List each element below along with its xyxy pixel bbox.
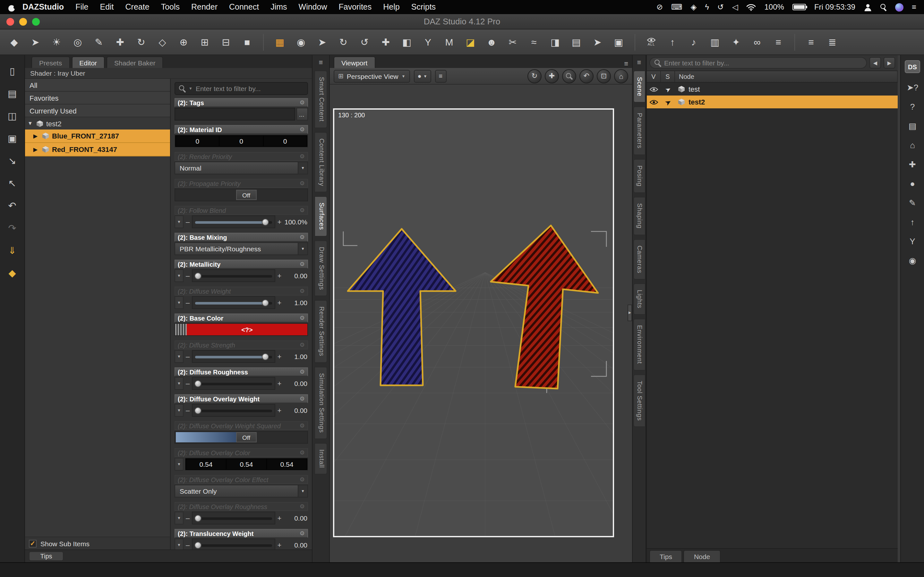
expand-arrow-icon[interactable]: ▶ bbox=[33, 147, 39, 152]
category-item-all[interactable]: All bbox=[25, 79, 170, 92]
render-aspect-frame[interactable]: 130 : 200 bbox=[333, 108, 614, 537]
gear-icon[interactable]: ⚙ bbox=[300, 530, 305, 537]
drawstyle-selector[interactable]: ● ▼ bbox=[414, 69, 431, 82]
param-group-header[interactable]: (2): Tags⚙ bbox=[174, 98, 308, 107]
slider-knob[interactable] bbox=[194, 407, 201, 414]
tree-root-item[interactable]: ▼test2 bbox=[25, 117, 170, 129]
gear-icon[interactable]: ⚙ bbox=[300, 315, 305, 321]
rotate-tool-icon[interactable]: ◎ bbox=[70, 34, 86, 50]
value-field[interactable]: 0 bbox=[176, 136, 219, 146]
detail-view-icon[interactable]: ≣ bbox=[825, 34, 840, 50]
slider-decrement-button[interactable]: – bbox=[185, 299, 191, 306]
slider-increment-button[interactable]: + bbox=[276, 353, 282, 360]
list-view-icon[interactable]: ≡ bbox=[803, 34, 819, 50]
globe-icon[interactable]: ◉ bbox=[909, 256, 916, 266]
param-group-header[interactable]: (2): Propagate Priority⚙ bbox=[174, 179, 308, 188]
pane-tab-simulation-settings[interactable]: Simulation Settings bbox=[314, 367, 327, 439]
menu-item-favorites[interactable]: Favorites bbox=[333, 3, 377, 11]
translate-tool-icon[interactable]: ✚ bbox=[112, 34, 128, 50]
scene-column-node[interactable]: Node bbox=[675, 71, 898, 82]
gear-icon[interactable]: ⚙ bbox=[300, 450, 305, 456]
param-group-header[interactable]: (2): Metallicity⚙ bbox=[174, 259, 308, 269]
wifi-icon[interactable] bbox=[746, 3, 756, 11]
slider-options-button[interactable]: ▼ bbox=[174, 269, 184, 282]
parameter-filter-field[interactable]: ▼ bbox=[174, 82, 308, 95]
undo-view-icon[interactable]: ↶ bbox=[580, 69, 594, 83]
pane-tab-scene[interactable]: Scene bbox=[633, 71, 645, 103]
spotlight-icon[interactable] bbox=[880, 4, 887, 10]
viewport-tab[interactable]: Viewport bbox=[334, 56, 375, 68]
brush-icon[interactable]: ✎ bbox=[909, 198, 916, 208]
slider-options-button[interactable]: ▼ bbox=[174, 377, 184, 390]
iray-preview-icon[interactable]: ▦ bbox=[272, 34, 288, 50]
pane-tab-environment[interactable]: Environment bbox=[633, 319, 645, 370]
slider-increment-button[interactable]: + bbox=[276, 406, 282, 414]
slider-knob[interactable] bbox=[194, 380, 201, 387]
pane-menu-icon[interactable]: ≡ bbox=[624, 59, 628, 68]
ds-logo[interactable]: DS bbox=[905, 60, 920, 73]
minimize-window-button[interactable] bbox=[19, 18, 27, 26]
install-package-icon[interactable]: ◆ bbox=[8, 268, 16, 279]
gear-icon[interactable]: ⚙ bbox=[300, 99, 305, 106]
aim-tool-icon[interactable]: ⊕ bbox=[176, 34, 191, 50]
menu-item-edit[interactable]: Edit bbox=[94, 3, 120, 11]
layout-icon[interactable]: ▤ bbox=[909, 121, 917, 131]
toggle-control[interactable]: Off bbox=[174, 431, 308, 444]
nav-forward-button[interactable]: ▶ bbox=[884, 57, 895, 69]
time-machine-icon[interactable]: ↺ bbox=[717, 3, 724, 11]
param-group-header[interactable]: (2): Diffuse Overlay Weight Squared⚙ bbox=[174, 421, 308, 430]
gear-icon[interactable]: ⚙ bbox=[300, 503, 305, 510]
slider-decrement-button[interactable]: – bbox=[185, 272, 191, 279]
param-group-header[interactable]: (2): Render Priority⚙ bbox=[174, 152, 308, 161]
menu-item-dazstudio[interactable]: DAZStudio bbox=[17, 3, 69, 11]
red-arrow[interactable] bbox=[480, 220, 604, 394]
scene-filter-field[interactable] bbox=[649, 57, 867, 69]
figure-icon[interactable]: ↑ bbox=[911, 218, 915, 227]
cube-add-icon[interactable]: ⊞ bbox=[197, 34, 212, 50]
node-cell[interactable]: test bbox=[675, 85, 700, 93]
gear-icon[interactable]: ⚙ bbox=[300, 261, 305, 268]
joint-tool-icon[interactable]: ✚ bbox=[909, 160, 916, 169]
zoom-window-button[interactable] bbox=[32, 18, 40, 26]
pane-tab-render-settings[interactable]: Render Settings bbox=[314, 300, 327, 363]
param-group-header[interactable]: (2): Base Mixing⚙ bbox=[174, 233, 308, 242]
bottom-tab-node[interactable]: Node bbox=[684, 550, 720, 562]
value-options-button[interactable]: ▼ bbox=[174, 458, 184, 471]
pane-tab-install[interactable]: Install bbox=[314, 443, 327, 474]
gift-icon[interactable]: ▥ bbox=[707, 34, 722, 50]
pane-tab-content-library[interactable]: Content Library bbox=[314, 132, 327, 192]
surface-select-icon[interactable]: ◪ bbox=[463, 34, 478, 50]
visibility-cell[interactable] bbox=[647, 86, 661, 92]
scale-tool-icon[interactable]: ◧ bbox=[399, 34, 415, 50]
more-button[interactable]: ... bbox=[296, 108, 308, 121]
slider-knob[interactable] bbox=[262, 353, 268, 360]
slider-increment-button[interactable]: + bbox=[276, 541, 282, 549]
category-item-favorites[interactable]: Favorites bbox=[25, 92, 170, 105]
close-window-button[interactable] bbox=[6, 18, 14, 26]
burst-tool-icon[interactable]: ☀ bbox=[49, 34, 64, 50]
param-group-header[interactable]: (2): Diffuse Roughness⚙ bbox=[174, 367, 308, 376]
tab-presets[interactable]: Presets bbox=[31, 56, 69, 68]
eye-all-icon[interactable]: ALL bbox=[644, 34, 659, 50]
nav-back-button[interactable]: ◀ bbox=[869, 57, 881, 69]
pane-tab-smart-content[interactable]: Smart Content bbox=[314, 71, 327, 128]
menu-item-create[interactable]: Create bbox=[120, 3, 155, 11]
menu-item-file[interactable]: File bbox=[69, 3, 94, 11]
param-dropdown[interactable]: PBR Metallicity/Roughness▼ bbox=[174, 242, 308, 255]
parameter-filter-input[interactable] bbox=[196, 85, 304, 92]
universal-tool-icon[interactable]: ↻ bbox=[134, 34, 149, 50]
expand-arrow-icon[interactable]: ▶ bbox=[33, 133, 39, 139]
merge-file-icon[interactable]: ◫ bbox=[8, 110, 17, 122]
import-icon[interactable]: ↘ bbox=[8, 155, 16, 167]
paint-tool-icon[interactable]: ✎ bbox=[91, 34, 107, 50]
value-field[interactable]: 0 bbox=[220, 136, 263, 146]
cut-icon[interactable]: ✂ bbox=[505, 34, 520, 50]
menu-item-connect[interactable]: Connect bbox=[223, 3, 265, 11]
toggle-off-button[interactable]: Off bbox=[236, 432, 257, 442]
sphere-icon[interactable]: ● bbox=[910, 179, 915, 189]
menu-item-window[interactable]: Window bbox=[293, 3, 333, 11]
category-item-currently-used[interactable]: Currently Used bbox=[25, 105, 170, 117]
slider-options-button[interactable]: ▼ bbox=[174, 350, 184, 363]
pan-view-icon[interactable]: ✚ bbox=[545, 69, 559, 83]
selectable-cell[interactable]: ➤ bbox=[661, 85, 675, 93]
